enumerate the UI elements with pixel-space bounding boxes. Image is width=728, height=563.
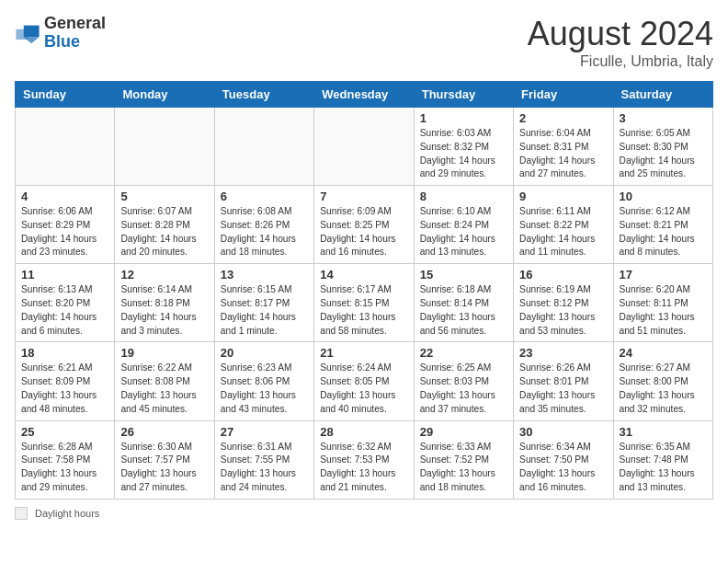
calendar-cell: 18Sunrise: 6:21 AMSunset: 8:09 PMDayligh… bbox=[16, 342, 115, 420]
logo-general: General bbox=[44, 14, 106, 32]
calendar-cell: 28Sunrise: 6:32 AMSunset: 7:53 PMDayligh… bbox=[314, 420, 414, 499]
day-info: Sunrise: 6:24 AMSunset: 8:05 PMDaylight:… bbox=[320, 362, 407, 416]
title-block: August 2024 Ficulle, Umbria, Italy bbox=[528, 15, 713, 70]
day-info: Sunrise: 6:23 AMSunset: 8:06 PMDaylight:… bbox=[221, 362, 308, 416]
calendar-cell: 16Sunrise: 6:19 AMSunset: 8:12 PMDayligh… bbox=[514, 264, 613, 342]
day-info: Sunrise: 6:06 AMSunset: 8:29 PMDaylight:… bbox=[21, 205, 108, 259]
calendar-cell: 19Sunrise: 6:22 AMSunset: 8:08 PMDayligh… bbox=[115, 342, 214, 420]
day-info: Sunrise: 6:11 AMSunset: 8:22 PMDaylight:… bbox=[519, 205, 607, 259]
calendar-cell: 4Sunrise: 6:06 AMSunset: 8:29 PMDaylight… bbox=[16, 186, 115, 264]
calendar-cell: 3Sunrise: 6:05 AMSunset: 8:30 PMDaylight… bbox=[613, 108, 712, 186]
day-number: 8 bbox=[420, 190, 507, 203]
logo: General Blue bbox=[15, 15, 106, 52]
calendar-col-friday: Friday bbox=[514, 82, 613, 108]
calendar-cell: 8Sunrise: 6:10 AMSunset: 8:24 PMDaylight… bbox=[414, 186, 513, 264]
calendar-col-monday: Monday bbox=[115, 82, 214, 108]
calendar-cell bbox=[115, 108, 214, 186]
day-info: Sunrise: 6:33 AMSunset: 7:52 PMDaylight:… bbox=[420, 441, 507, 495]
day-number: 18 bbox=[21, 346, 108, 360]
day-number: 12 bbox=[120, 268, 208, 282]
calendar-cell: 11Sunrise: 6:13 AMSunset: 8:20 PMDayligh… bbox=[16, 264, 115, 342]
day-info: Sunrise: 6:03 AMSunset: 8:32 PMDaylight:… bbox=[420, 127, 507, 181]
day-number: 7 bbox=[320, 190, 407, 203]
day-number: 22 bbox=[420, 346, 507, 360]
day-number: 2 bbox=[519, 111, 607, 125]
calendar-cell: 30Sunrise: 6:34 AMSunset: 7:50 PMDayligh… bbox=[514, 420, 613, 499]
day-info: Sunrise: 6:13 AMSunset: 8:20 PMDaylight:… bbox=[21, 283, 108, 338]
calendar-week-3: 11Sunrise: 6:13 AMSunset: 8:20 PMDayligh… bbox=[16, 264, 713, 342]
day-info: Sunrise: 6:10 AMSunset: 8:24 PMDaylight:… bbox=[420, 205, 507, 259]
calendar-week-4: 18Sunrise: 6:21 AMSunset: 8:09 PMDayligh… bbox=[16, 342, 713, 420]
logo-blue: Blue bbox=[44, 32, 80, 51]
day-number: 24 bbox=[620, 346, 707, 360]
day-number: 20 bbox=[221, 346, 308, 360]
calendar: SundayMondayTuesdayWednesdayThursdayFrid… bbox=[15, 81, 713, 500]
logo-icon bbox=[15, 20, 40, 46]
day-number: 4 bbox=[21, 190, 108, 203]
daylight-label: Daylight hours bbox=[35, 508, 99, 519]
calendar-col-saturday: Saturday bbox=[613, 82, 712, 108]
calendar-cell: 20Sunrise: 6:23 AMSunset: 8:06 PMDayligh… bbox=[214, 342, 313, 420]
calendar-cell bbox=[214, 108, 313, 186]
calendar-cell: 1Sunrise: 6:03 AMSunset: 8:32 PMDaylight… bbox=[414, 108, 513, 186]
day-info: Sunrise: 6:25 AMSunset: 8:03 PMDaylight:… bbox=[420, 362, 507, 416]
calendar-cell: 24Sunrise: 6:27 AMSunset: 8:00 PMDayligh… bbox=[613, 342, 712, 420]
day-number: 28 bbox=[320, 425, 407, 439]
day-info: Sunrise: 6:32 AMSunset: 7:53 PMDaylight:… bbox=[320, 441, 407, 495]
calendar-col-tuesday: Tuesday bbox=[214, 82, 313, 108]
day-info: Sunrise: 6:30 AMSunset: 7:57 PMDaylight:… bbox=[120, 441, 208, 495]
calendar-header-row: SundayMondayTuesdayWednesdayThursdayFrid… bbox=[16, 82, 713, 108]
day-info: Sunrise: 6:22 AMSunset: 8:08 PMDaylight:… bbox=[120, 362, 208, 416]
day-info: Sunrise: 6:12 AMSunset: 8:21 PMDaylight:… bbox=[620, 205, 707, 259]
day-info: Sunrise: 6:14 AMSunset: 8:18 PMDaylight:… bbox=[120, 283, 208, 338]
day-number: 3 bbox=[620, 111, 707, 125]
calendar-cell: 13Sunrise: 6:15 AMSunset: 8:17 PMDayligh… bbox=[214, 264, 313, 342]
day-info: Sunrise: 6:04 AMSunset: 8:31 PMDaylight:… bbox=[519, 127, 607, 181]
calendar-col-wednesday: Wednesday bbox=[314, 82, 414, 108]
calendar-cell: 27Sunrise: 6:31 AMSunset: 7:55 PMDayligh… bbox=[214, 420, 313, 499]
day-info: Sunrise: 6:08 AMSunset: 8:26 PMDaylight:… bbox=[221, 205, 308, 259]
day-number: 10 bbox=[620, 190, 707, 203]
calendar-cell: 2Sunrise: 6:04 AMSunset: 8:31 PMDaylight… bbox=[514, 108, 613, 186]
calendar-cell: 21Sunrise: 6:24 AMSunset: 8:05 PMDayligh… bbox=[314, 342, 414, 420]
day-number: 1 bbox=[420, 111, 507, 125]
calendar-cell: 26Sunrise: 6:30 AMSunset: 7:57 PMDayligh… bbox=[115, 420, 214, 499]
day-number: 31 bbox=[620, 425, 707, 439]
day-number: 30 bbox=[519, 425, 607, 439]
day-info: Sunrise: 6:20 AMSunset: 8:11 PMDaylight:… bbox=[620, 283, 707, 338]
calendar-cell: 14Sunrise: 6:17 AMSunset: 8:15 PMDayligh… bbox=[314, 264, 414, 342]
calendar-cell: 15Sunrise: 6:18 AMSunset: 8:14 PMDayligh… bbox=[414, 264, 513, 342]
location: Ficulle, Umbria, Italy bbox=[528, 53, 713, 70]
calendar-cell: 5Sunrise: 6:07 AMSunset: 8:28 PMDaylight… bbox=[115, 186, 214, 264]
day-info: Sunrise: 6:28 AMSunset: 7:58 PMDaylight:… bbox=[21, 441, 108, 495]
footer: Daylight hours bbox=[15, 507, 713, 520]
day-number: 15 bbox=[420, 268, 507, 282]
calendar-cell: 12Sunrise: 6:14 AMSunset: 8:18 PMDayligh… bbox=[115, 264, 214, 342]
day-info: Sunrise: 6:07 AMSunset: 8:28 PMDaylight:… bbox=[120, 205, 208, 259]
calendar-cell: 6Sunrise: 6:08 AMSunset: 8:26 PMDaylight… bbox=[214, 186, 313, 264]
page-header: General Blue August 2024 Ficulle, Umbria… bbox=[15, 15, 713, 70]
calendar-cell: 22Sunrise: 6:25 AMSunset: 8:03 PMDayligh… bbox=[414, 342, 513, 420]
day-info: Sunrise: 6:21 AMSunset: 8:09 PMDaylight:… bbox=[21, 362, 108, 416]
calendar-cell: 31Sunrise: 6:35 AMSunset: 7:48 PMDayligh… bbox=[613, 420, 712, 499]
calendar-cell bbox=[16, 108, 115, 186]
calendar-cell bbox=[314, 108, 414, 186]
calendar-cell: 7Sunrise: 6:09 AMSunset: 8:25 PMDaylight… bbox=[314, 186, 414, 264]
calendar-cell: 29Sunrise: 6:33 AMSunset: 7:52 PMDayligh… bbox=[414, 420, 513, 499]
day-info: Sunrise: 6:09 AMSunset: 8:25 PMDaylight:… bbox=[320, 205, 407, 259]
calendar-cell: 10Sunrise: 6:12 AMSunset: 8:21 PMDayligh… bbox=[613, 186, 712, 264]
day-info: Sunrise: 6:05 AMSunset: 8:30 PMDaylight:… bbox=[620, 127, 707, 181]
calendar-col-thursday: Thursday bbox=[414, 82, 513, 108]
daylight-box bbox=[15, 507, 28, 520]
day-info: Sunrise: 6:27 AMSunset: 8:00 PMDaylight:… bbox=[620, 362, 707, 416]
day-number: 23 bbox=[519, 346, 607, 360]
day-info: Sunrise: 6:17 AMSunset: 8:15 PMDaylight:… bbox=[320, 283, 407, 338]
day-number: 27 bbox=[221, 425, 308, 439]
day-number: 11 bbox=[21, 268, 108, 282]
day-info: Sunrise: 6:26 AMSunset: 8:01 PMDaylight:… bbox=[519, 362, 607, 416]
day-number: 14 bbox=[320, 268, 407, 282]
day-info: Sunrise: 6:19 AMSunset: 8:12 PMDaylight:… bbox=[519, 283, 607, 338]
day-number: 17 bbox=[620, 268, 707, 282]
day-info: Sunrise: 6:18 AMSunset: 8:14 PMDaylight:… bbox=[420, 283, 507, 338]
day-number: 19 bbox=[120, 346, 208, 360]
